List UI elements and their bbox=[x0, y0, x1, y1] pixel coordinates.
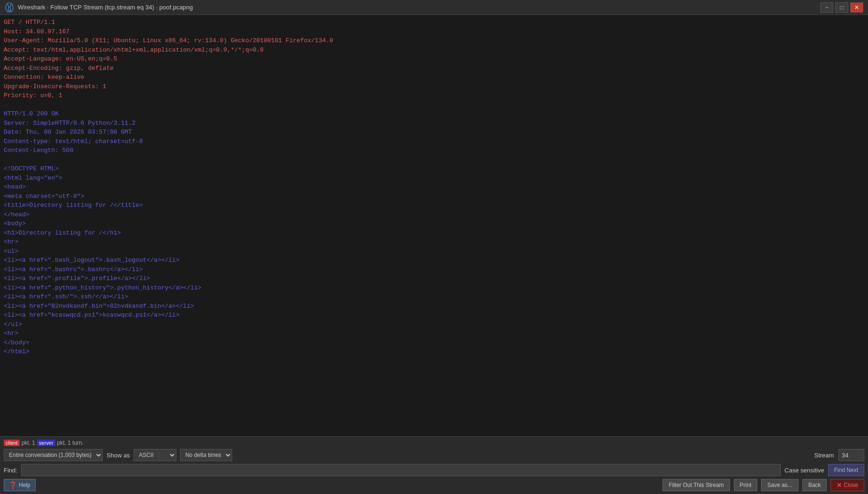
stream-label-group: Stream bbox=[814, 449, 864, 461]
stream-number-input[interactable] bbox=[838, 449, 864, 461]
show-as-label: Show as bbox=[107, 452, 130, 459]
client-line: Accept-Language: en-US,en;q=0.5 bbox=[4, 55, 117, 62]
server-line: <title>Directory listing for /</title> bbox=[4, 202, 143, 209]
conversation-select[interactable]: Entire conversation (1,003 bytes)client→… bbox=[4, 449, 103, 461]
server-line: <!DOCTYPE HTML> bbox=[4, 165, 59, 172]
server-line: </head> bbox=[4, 211, 30, 218]
show-as-select[interactable]: ASCIIUTF-8Hex DumpC ArraysRawYAML bbox=[134, 449, 176, 461]
status-line: client pkt, 1 server pkt, 1 turn. bbox=[4, 440, 864, 446]
case-sensitive-label: Case sensitive bbox=[784, 467, 824, 474]
server-line: <head> bbox=[4, 183, 26, 190]
print-button[interactable]: Print bbox=[734, 479, 758, 491]
find-input[interactable] bbox=[21, 464, 781, 476]
server-line: <body> bbox=[4, 220, 26, 227]
wireshark-logo bbox=[5, 3, 14, 12]
close-label: Close bbox=[844, 482, 858, 488]
buttons-row: ❓ Help Filter Out This Stream Print Save… bbox=[4, 479, 864, 491]
server-line: Content-type: text/html; charset=utf-8 bbox=[4, 138, 143, 145]
help-label: Help bbox=[19, 482, 30, 488]
server-line: <hr> bbox=[4, 330, 18, 337]
server-line: HTTP/1.0 200 OK bbox=[4, 110, 59, 117]
stream-content-area: GET / HTTP/1.1 Host: 34.60.97.167 User-A… bbox=[0, 15, 868, 436]
help-circle-icon: ❓ bbox=[9, 481, 17, 489]
titlebar: Wireshark · Follow TCP Stream (tcp.strea… bbox=[0, 0, 868, 15]
stream-label-text: Stream bbox=[814, 452, 834, 459]
server-line: </ul> bbox=[4, 321, 22, 328]
server-line: <li><a href=".bash_logout">.bash_logout<… bbox=[4, 257, 179, 264]
server-line: Server: SimpleHTTP/0.6 Python/3.11.2 bbox=[4, 120, 136, 127]
status-pkt1: pkt, 1 bbox=[22, 440, 35, 446]
server-line: <hr> bbox=[4, 238, 18, 245]
server-line: <li><a href=".bashrc">.bashrc</a></li> bbox=[4, 266, 143, 273]
find-row: Find: Case sensitive Find Next bbox=[4, 464, 864, 476]
client-line: Connection: keep-alive bbox=[4, 74, 84, 81]
server-line: <h1>Directory listing for /</h1> bbox=[4, 229, 121, 236]
server-line: Date: Thu, 09 Jan 2025 03:57:06 GMT bbox=[4, 129, 132, 136]
server-line: Content-Length: 508 bbox=[4, 147, 73, 154]
svg-point-0 bbox=[6, 3, 13, 12]
filter-out-stream-button[interactable]: Filter Out This Stream bbox=[662, 479, 730, 491]
client-line: User-Agent: Mozilla/5.0 (X11; Ubuntu; Li… bbox=[4, 37, 333, 44]
help-button[interactable]: ❓ Help bbox=[4, 479, 36, 491]
server-line: <li><a href=".ssh/">.ssh/</a></li> bbox=[4, 293, 128, 300]
controls-row: Entire conversation (1,003 bytes)client→… bbox=[4, 449, 864, 461]
stream-display: GET / HTTP/1.1 Host: 34.60.97.167 User-A… bbox=[4, 18, 864, 357]
client-line: Accept: text/html,application/xhtml+xml,… bbox=[4, 46, 264, 53]
close-button[interactable]: ✕ Close bbox=[830, 479, 864, 491]
server-badge: server bbox=[37, 440, 55, 446]
client-line: Host: 34.60.97.167 bbox=[4, 28, 69, 35]
delta-times-select[interactable]: No delta timesTurnDirection bbox=[180, 449, 232, 461]
back-button[interactable]: Back bbox=[802, 479, 827, 491]
window-title: Wireshark · Follow TCP Stream (tcp.strea… bbox=[18, 4, 193, 11]
save-as-button[interactable]: Save as... bbox=[761, 479, 798, 491]
client-badge: client bbox=[4, 440, 20, 446]
minimize-button[interactable]: − bbox=[820, 2, 833, 13]
bottom-bar: client pkt, 1 server pkt, 1 turn. Entire… bbox=[0, 436, 868, 494]
server-line: <html lang="en"> bbox=[4, 175, 62, 182]
server-line: <meta charset="utf-8"> bbox=[4, 193, 84, 200]
find-next-button[interactable]: Find Next bbox=[828, 464, 864, 476]
client-line: Accept-Encoding: gzip, deflate bbox=[4, 65, 114, 72]
server-line: <li><a href="kcaswqcd.ps1">kcaswqcd.ps1<… bbox=[4, 312, 179, 319]
client-line: GET / HTTP/1.1 bbox=[4, 19, 55, 26]
titlebar-left: Wireshark · Follow TCP Stream (tcp.strea… bbox=[5, 3, 193, 12]
close-x-icon: ✕ bbox=[837, 482, 842, 489]
server-line: </body> bbox=[4, 339, 30, 346]
client-line: Priority: u=0, 1 bbox=[4, 92, 62, 99]
server-line: <li><a href=".python_history">.python_hi… bbox=[4, 284, 201, 291]
server-line: <ul> bbox=[4, 248, 18, 255]
server-line: <li><a href=".profile">.profile</a></li> bbox=[4, 275, 150, 282]
status-pkt2: pkt, 1 turn. bbox=[57, 440, 84, 446]
server-line: </html> bbox=[4, 348, 30, 355]
titlebar-controls: − □ ✕ bbox=[820, 2, 863, 13]
find-label: Find: bbox=[4, 467, 17, 474]
client-line: Upgrade-Insecure-Requests: 1 bbox=[4, 83, 106, 90]
window-close-button[interactable]: ✕ bbox=[850, 2, 863, 13]
maximize-button[interactable]: □ bbox=[835, 2, 848, 13]
server-line: <li><a href="82nvdkandf.bin">82nvdkandf.… bbox=[4, 303, 194, 310]
